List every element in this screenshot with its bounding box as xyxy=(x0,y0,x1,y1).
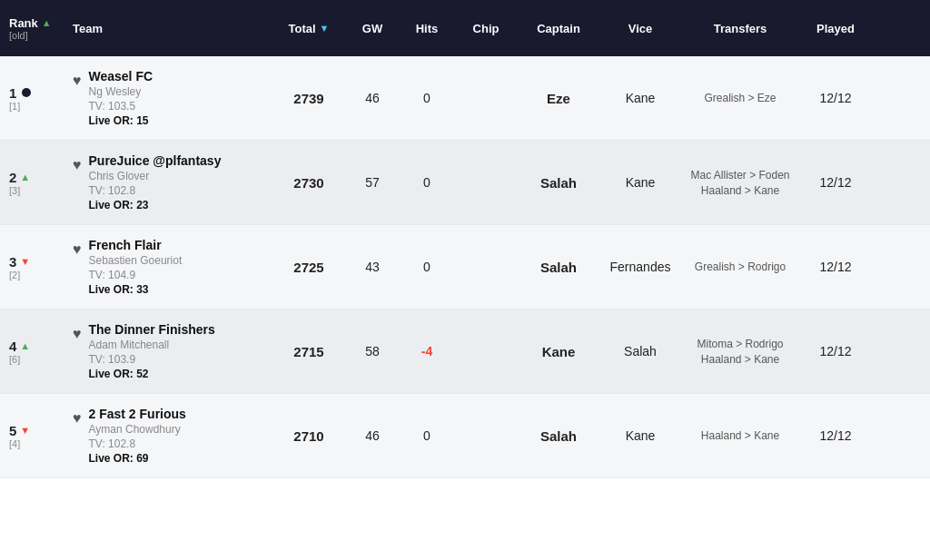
vice-cell: Salah xyxy=(599,344,681,359)
played-cell: 12/12 xyxy=(799,91,872,105)
total-value: 2710 xyxy=(293,428,323,444)
rank-old-value: [2] xyxy=(9,270,20,280)
vice-value: Kane xyxy=(626,428,656,443)
transfers-cell: Grealish > Rodrigo xyxy=(681,260,799,273)
rank-old-value: [4] xyxy=(9,438,20,449)
team-manager: Adam Mitchenall xyxy=(89,339,215,351)
gw-cell: 57 xyxy=(345,175,400,190)
team-cell: ♥ The Dinner Finishers Adam Mitchenall T… xyxy=(73,322,272,380)
rank-number: 5 ▼ xyxy=(9,423,30,438)
trend-down-icon: ▼ xyxy=(20,256,30,267)
team-info: The Dinner Finishers Adam Mitchenall TV:… xyxy=(89,322,215,380)
gw-value: 43 xyxy=(365,260,380,274)
header-rank[interactable]: Rank ▲ [old] xyxy=(9,16,73,41)
team-info: PureJuice @plfantasy Chris Glover TV: 10… xyxy=(89,153,222,211)
favorite-heart-icon[interactable]: ♥ xyxy=(73,241,82,258)
team-manager: Sebastien Goeuriot xyxy=(89,254,183,267)
transfer-entry: Haaland > Kane xyxy=(701,429,779,442)
transfer-entry: Grealish > Rodrigo xyxy=(695,260,786,273)
total-sort-arrow: ▼ xyxy=(320,23,330,34)
vice-value: Kane xyxy=(626,175,656,190)
table-body: 1 [1] ♥ Weasel FC Ng Wesley TV: 103.5 Li… xyxy=(0,56,930,478)
played-cell: 12/12 xyxy=(799,175,872,190)
favorite-heart-icon[interactable]: ♥ xyxy=(73,157,82,173)
team-name: Weasel FC xyxy=(89,69,153,84)
table-row: 5 ▼ [4] ♥ 2 Fast 2 Furious Ayman Chowdhu… xyxy=(0,394,930,478)
rank-value: 4 xyxy=(9,339,16,354)
team-cell: ♥ Weasel FC Ng Wesley TV: 103.5 Live OR:… xyxy=(73,69,272,127)
team-cell: ♥ French Flair Sebastien Goeuriot TV: 10… xyxy=(73,238,272,296)
captain-cell: Salah xyxy=(518,175,599,191)
gw-value: 58 xyxy=(365,344,380,359)
vice-cell: Kane xyxy=(599,91,681,105)
rank-value: 5 xyxy=(9,423,16,438)
header-total[interactable]: Total ▼ xyxy=(272,22,345,35)
team-manager: Ayman Chowdhury xyxy=(89,423,186,436)
team-info: 2 Fast 2 Furious Ayman Chowdhury TV: 102… xyxy=(89,407,186,465)
rank-value: 2 xyxy=(9,170,16,185)
team-info: Weasel FC Ng Wesley TV: 103.5 Live OR: 1… xyxy=(89,69,153,127)
transfer-entry: Haaland > Kane xyxy=(701,353,779,366)
transfers-cell: Grealish > Eze xyxy=(681,92,799,104)
favorite-heart-icon[interactable]: ♥ xyxy=(73,326,82,342)
transfer-entry: Grealish > Eze xyxy=(704,92,776,104)
transfer-entry: Mitoma > Rodrigo xyxy=(697,338,783,350)
total-value: 2725 xyxy=(293,260,323,275)
transfer-entry: Mac Allister > Foden xyxy=(690,169,789,182)
rank-header-label: Rank xyxy=(9,16,38,30)
team-tv: TV: 103.5 xyxy=(89,100,153,113)
hits-value: 0 xyxy=(423,175,430,190)
team-manager: Chris Glover xyxy=(89,170,222,182)
team-cell: ♥ 2 Fast 2 Furious Ayman Chowdhury TV: 1… xyxy=(73,407,272,465)
rank-cell: 5 ▼ [4] xyxy=(9,423,73,449)
team-name: 2 Fast 2 Furious xyxy=(89,407,186,421)
rank-old-value: [1] xyxy=(9,101,20,112)
hits-cell: 0 xyxy=(400,260,454,274)
played-value: 12/12 xyxy=(819,91,851,105)
gw-cell: 58 xyxy=(345,344,400,359)
header-gw: GW xyxy=(345,22,400,35)
hits-cell: 0 xyxy=(400,91,454,105)
vice-value: Fernandes xyxy=(610,260,671,274)
header-captain: Captain xyxy=(518,22,599,35)
team-tv: TV: 104.9 xyxy=(89,269,183,281)
team-tv: TV: 103.9 xyxy=(89,353,215,366)
favorite-heart-icon[interactable]: ♥ xyxy=(73,73,82,89)
captain-cell: Eze xyxy=(518,91,599,106)
hits-value: 0 xyxy=(423,260,430,274)
header-transfers: Transfers xyxy=(681,22,799,35)
favorite-heart-icon[interactable]: ♥ xyxy=(73,410,82,427)
team-manager: Ng Wesley xyxy=(89,85,153,98)
team-live-or: Live OR: 23 xyxy=(89,199,222,211)
table-header: Rank ▲ [old] Team Total ▼ GW Hits Chip C… xyxy=(0,0,930,56)
gw-cell: 46 xyxy=(345,428,400,443)
rank-cell: 1 [1] xyxy=(9,85,73,112)
team-info: French Flair Sebastien Goeuriot TV: 104.… xyxy=(89,238,183,296)
hits-value: 0 xyxy=(423,428,430,443)
gw-cell: 46 xyxy=(345,91,400,105)
gw-value: 46 xyxy=(365,91,380,105)
captain-value: Salah xyxy=(540,175,577,191)
team-tv: TV: 102.8 xyxy=(89,437,186,450)
table-row: 4 ▲ [6] ♥ The Dinner Finishers Adam Mitc… xyxy=(0,309,930,394)
trend-neutral-icon xyxy=(22,88,31,97)
team-name: The Dinner Finishers xyxy=(89,322,215,337)
played-cell: 12/12 xyxy=(799,260,872,274)
rank-sort-arrow: ▲ xyxy=(42,17,52,28)
rank-number: 4 ▲ xyxy=(9,339,30,354)
trend-up-icon: ▲ xyxy=(20,172,30,182)
gw-value: 57 xyxy=(365,175,380,190)
team-live-or: Live OR: 33 xyxy=(89,283,183,296)
rank-old-value: [3] xyxy=(9,185,20,196)
team-live-or: Live OR: 69 xyxy=(89,452,186,465)
played-value: 12/12 xyxy=(819,428,851,443)
captain-cell: Salah xyxy=(518,428,599,444)
hits-cell: 0 xyxy=(400,428,454,443)
total-value: 2715 xyxy=(293,344,323,359)
team-live-or: Live OR: 52 xyxy=(89,368,215,380)
transfers-cell: Mac Allister > FodenHaaland > Kane xyxy=(681,169,799,197)
transfer-entry: Haaland > Kane xyxy=(701,184,779,197)
team-live-or: Live OR: 15 xyxy=(89,114,153,127)
captain-value: Kane xyxy=(542,344,576,359)
team-tv: TV: 102.8 xyxy=(89,184,222,197)
